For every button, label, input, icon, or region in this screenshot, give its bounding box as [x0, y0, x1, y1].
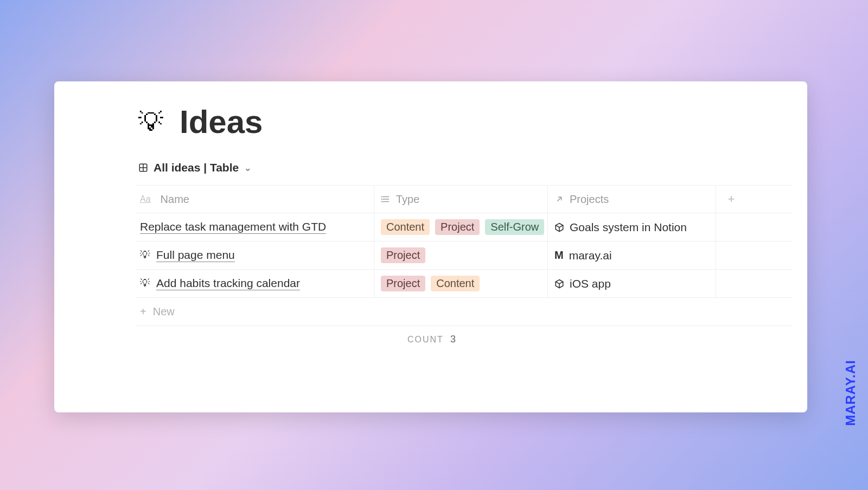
column-header-name[interactable]: Aa Name	[136, 186, 374, 213]
chevron-down-icon: ⌄	[244, 163, 251, 173]
cell-name[interactable]: 💡︎Full page menu	[136, 241, 374, 269]
view-switcher[interactable]: All ideas | Table ⌄	[54, 161, 807, 174]
tag-content: Content	[431, 276, 480, 291]
page-title: Ideas	[180, 103, 263, 141]
view-label: All ideas | Table	[154, 161, 239, 174]
table-icon	[138, 163, 148, 173]
page-header: 💡︎ Ideas	[54, 103, 807, 141]
row-title: Full page menu	[156, 249, 235, 262]
svg-point-7	[381, 199, 382, 200]
table-row[interactable]: Replace task management with GTDContentP…	[136, 213, 792, 241]
add-column-button[interactable]: +	[716, 192, 746, 206]
database-card: 💡︎ Ideas All ideas | Table ⌄ Aa Name Typ…	[54, 81, 807, 412]
count-label: COUNT	[407, 335, 444, 344]
cell-type[interactable]: ContentProjectSelf-Grow	[374, 213, 548, 241]
table-footer: COUNT 3	[136, 326, 456, 345]
cell-name[interactable]: 💡︎Add habits tracking calendar	[136, 270, 374, 297]
table-row[interactable]: 💡︎Full page menuProjectMmaray.ai	[136, 241, 792, 270]
lightbulb-icon: 💡︎	[140, 278, 150, 289]
table-header: Aa Name Type Projects +	[136, 185, 792, 213]
column-header-projects[interactable]: Projects	[548, 186, 716, 213]
lightbulb-icon: 💡︎	[140, 250, 150, 261]
new-row-label: New	[153, 306, 175, 318]
cell-projects[interactable]: Goals system in Notion	[548, 213, 716, 241]
tag-project: Project	[381, 247, 425, 263]
count-value: 3	[450, 334, 456, 345]
plus-icon: +	[728, 192, 735, 206]
ideas-table: Aa Name Type Projects + Replace task man…	[136, 185, 792, 298]
cube-icon	[554, 279, 564, 289]
cell-type[interactable]: Project	[374, 241, 548, 269]
new-row-button[interactable]: + New	[136, 298, 792, 326]
cell-type[interactable]: ProjectContent	[374, 270, 548, 297]
svg-point-8	[381, 201, 382, 202]
project-label: Goals system in Notion	[570, 221, 687, 234]
project-label: maray.ai	[569, 249, 612, 262]
title-property-icon: Aa	[140, 194, 151, 204]
tag-selfgrow: Self-Grow	[485, 219, 544, 235]
relation-icon	[554, 194, 564, 204]
svg-point-6	[381, 196, 382, 197]
tag-content: Content	[381, 219, 430, 235]
row-title: Add habits tracking calendar	[156, 277, 300, 290]
column-header-type[interactable]: Type	[374, 186, 548, 213]
tag-project: Project	[435, 219, 480, 235]
watermark: MARAY.AI	[843, 360, 858, 426]
table-row[interactable]: 💡︎Add habits tracking calendarProjectCon…	[136, 270, 792, 298]
tag-project: Project	[381, 276, 425, 291]
lightbulb-icon: 💡︎	[138, 110, 163, 135]
cell-projects[interactable]: Mmaray.ai	[548, 241, 716, 269]
row-title: Replace task management with GTD	[140, 220, 326, 234]
multiselect-icon	[381, 194, 391, 204]
m-logo-icon: M	[554, 249, 564, 262]
cell-name[interactable]: Replace task management with GTD	[136, 213, 374, 241]
project-label: iOS app	[570, 277, 611, 290]
cell-projects[interactable]: iOS app	[548, 270, 716, 297]
cube-icon	[554, 222, 564, 232]
plus-icon: +	[140, 306, 146, 318]
